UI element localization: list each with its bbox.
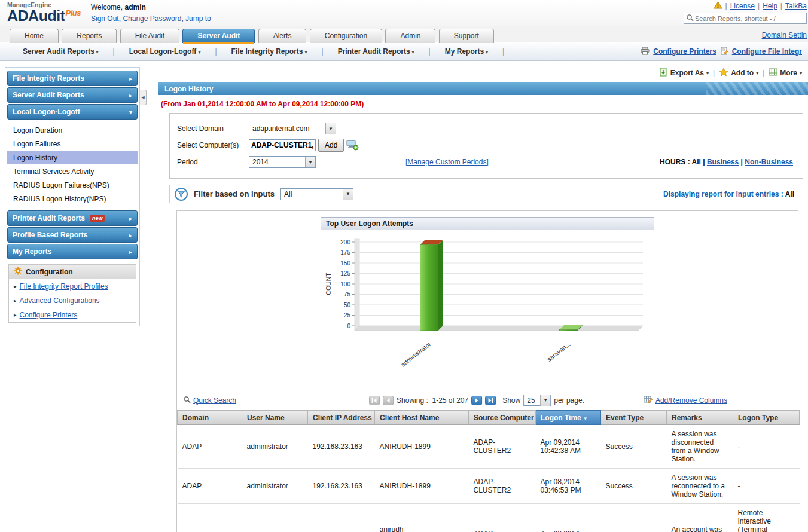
table-toolbar: Quick Search Showing : 1-25 of 207 Show …: [177, 390, 798, 410]
sidebar-section-printer-audit-reports[interactable]: Printer Audit Reportsnew▸: [7, 210, 138, 226]
chevron-right-icon: ▸: [129, 232, 132, 239]
table-row[interactable]: ADAP administrator 192.168.23.163 ANIRUD…: [178, 425, 800, 469]
menu-my-reports[interactable]: My Reports▾: [439, 47, 494, 56]
column-header-logon-type[interactable]: Logon Type: [733, 411, 800, 425]
license-link[interactable]: License: [730, 2, 755, 10]
chevron-down-icon: ▾: [198, 50, 200, 55]
cell-host: ANIRUDH-1899: [375, 425, 469, 469]
first-page-button[interactable]: [369, 396, 380, 405]
tab-admin[interactable]: Admin: [385, 29, 435, 43]
svg-text:100: 100: [340, 281, 350, 288]
table-icon: [769, 68, 777, 78]
period-select[interactable]: 2014▼: [249, 156, 316, 168]
cell-user: administrator: [242, 469, 308, 504]
tab-reports[interactable]: Reports: [62, 29, 117, 43]
search-icon: [183, 396, 191, 405]
sidebar-section-profile-based-reports[interactable]: Profile Based Reports▸: [7, 227, 138, 243]
cell-ip: 192.168.23.163: [308, 504, 375, 532]
help-link[interactable]: Help: [763, 2, 777, 10]
sidebar-item-logon-duration[interactable]: Logon Duration: [7, 123, 138, 137]
search-input[interactable]: [694, 14, 804, 23]
add-remove-columns-link[interactable]: Add/Remove Columns: [644, 395, 727, 405]
sidebar-section-file-integrity-reports[interactable]: File Integrity Reports▸: [7, 71, 138, 86]
domain-select[interactable]: adap.internal.com▼: [249, 123, 336, 134]
hours-business-link[interactable]: Business: [707, 158, 739, 166]
column-header-remarks[interactable]: Remarks: [667, 411, 733, 425]
sidebar-section-server-audit-reports[interactable]: Server Audit Reports▸: [7, 87, 138, 103]
sidebar-item-radius-logon-failures[interactable]: RADIUS Logon Failures(NPS): [7, 178, 138, 192]
previous-page-button[interactable]: [383, 396, 394, 405]
cell-domain: ADAP: [178, 469, 242, 504]
top-bar: ManageEngine ADAuditPlus Welcome, admin …: [0, 0, 808, 26]
column-header-event-type[interactable]: Event Type: [601, 411, 667, 425]
sidebar-item-logon-history[interactable]: Logon History: [7, 151, 138, 164]
config-link-advanced-configurations: ▸Advanced Configurations: [9, 293, 136, 308]
menu-bar-right: Configure Printers Configure File Integr: [641, 47, 802, 57]
domain-settings-link[interactable]: Domain Settin: [762, 31, 807, 39]
add-button[interactable]: Add: [318, 139, 344, 152]
jump-to-link[interactable]: Jump to: [185, 14, 211, 23]
sidebar-item-logon-failures[interactable]: Logon Failures: [7, 137, 138, 151]
computers-input[interactable]: [249, 139, 316, 151]
app-window: ManageEngine ADAuditPlus Welcome, admin …: [0, 0, 808, 532]
report-title-bar: Logon History: [158, 82, 808, 95]
chevron-down-icon: ▾: [412, 50, 414, 55]
column-header-user-name[interactable]: User Name: [242, 411, 308, 425]
column-header-domain[interactable]: Domain: [178, 411, 242, 425]
sidebar-item-terminal-services-activity[interactable]: Terminal Services Activity: [7, 164, 138, 178]
next-page-button[interactable]: [471, 396, 482, 405]
per-page-select[interactable]: 25▼: [523, 395, 551, 406]
tab-home[interactable]: Home: [10, 29, 59, 43]
report-date-range: (From Jan 01,2014 12:00:00 AM to Apr 09,…: [158, 95, 808, 112]
dropdown-arrow-icon: ▼: [343, 189, 353, 200]
last-page-button[interactable]: [485, 396, 496, 405]
talkback-link[interactable]: TalkBa: [785, 2, 807, 10]
table-row[interactable]: ADAP administrator 192.168.23.163 anirud…: [178, 504, 800, 532]
pager: Showing : 1-25 of 207 Show 25▼ per page.: [369, 395, 584, 406]
export-as-button[interactable]: Export As▾: [660, 68, 709, 78]
table-row[interactable]: ADAP administrator 192.168.23.163 ANIRUD…: [178, 469, 800, 504]
chevron-right-icon: ▸: [129, 92, 132, 99]
chevron-right-icon: ▸: [14, 312, 17, 318]
column-header-client-host[interactable]: Client Host Name: [375, 411, 469, 425]
tab-alerts[interactable]: Alerts: [258, 29, 307, 43]
sign-out-link[interactable]: Sign Out: [91, 14, 119, 23]
config-link-configure-printers: ▸Configure Printers: [9, 308, 136, 322]
tab-support[interactable]: Support: [439, 29, 494, 43]
manage-custom-periods-link[interactable]: [Manage Custom Periods]: [405, 158, 489, 166]
column-header-source-computer[interactable]: Source Computer: [469, 411, 536, 425]
browse-computers-icon[interactable]: [346, 140, 359, 151]
menu-printer-audit-reports[interactable]: Printer Audit Reports▾: [332, 47, 420, 56]
sidebar-item-radius-logon-history[interactable]: RADIUS Logon History(NPS): [7, 192, 138, 206]
column-header-logon-time[interactable]: Logon Time▼: [536, 411, 601, 425]
add-to-button[interactable]: Add to▾: [719, 68, 758, 78]
hours-non-business-link[interactable]: Non-Business: [745, 158, 793, 166]
sidebar-section-local-logon-logoff[interactable]: Local Logon-Logoff▾: [7, 104, 138, 120]
more-button[interactable]: More▾: [769, 68, 802, 78]
cell-domain: ADAP: [178, 504, 242, 532]
tab-server-audit[interactable]: Server Audit: [182, 29, 255, 43]
menu-server-audit-reports[interactable]: Server Audit Reports▾: [17, 47, 105, 56]
cell-domain: ADAP: [178, 425, 242, 469]
chevron-down-icon: ▾: [129, 109, 132, 115]
configure-printers-link[interactable]: Configure Printers: [653, 47, 716, 56]
menu-file-integrity-reports[interactable]: File Integrity Reports▾: [225, 47, 313, 56]
tab-configuration[interactable]: Configuration: [310, 29, 382, 43]
cell-source: ADAP-CLUSTER2: [469, 425, 536, 469]
config-link-file-integrity-report-profiles: ▸File Integrity Report Profiles: [9, 279, 136, 293]
quick-search-link[interactable]: Quick Search: [183, 396, 236, 405]
sidebar-section-my-reports[interactable]: My Reports▸: [7, 244, 138, 259]
sidebar-collapse-handle[interactable]: ◀: [140, 90, 147, 105]
search-icon: [686, 14, 694, 23]
svg-text:25: 25: [344, 312, 351, 319]
chevron-down-icon: ▾: [305, 50, 307, 55]
menu-local-logon-logoff[interactable]: Local Logon-Logoff▾: [123, 47, 207, 56]
column-header-client-ip[interactable]: Client IP Address: [308, 411, 375, 425]
warning-icon[interactable]: [714, 1, 722, 11]
select-computers-label: Select Computer(s): [177, 141, 249, 149]
filter-select[interactable]: All▼: [280, 188, 353, 200]
change-password-link[interactable]: Change Password: [123, 14, 181, 23]
configure-file-integrity-link[interactable]: Configure File Integr: [732, 47, 802, 56]
cell-time: Apr 09,2014 10:42:38 AM: [536, 425, 601, 469]
tab-file-audit[interactable]: File Audit: [120, 29, 179, 43]
